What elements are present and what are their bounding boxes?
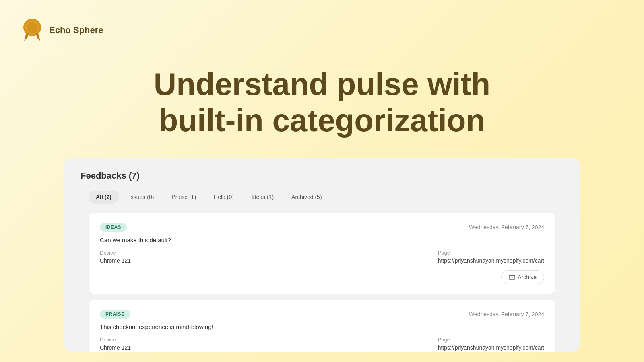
tab-archived[interactable]: Archived (5) (284, 191, 329, 204)
hero-title-line2: built-in categorization (159, 103, 485, 138)
archive-icon (509, 274, 515, 280)
page-label: Page (438, 337, 544, 343)
device-value: Chrome 121 (100, 257, 131, 264)
card-message: This checkout experience is mind-blowing… (100, 323, 544, 330)
tab-praise[interactable]: Praise (1) (164, 191, 203, 204)
svg-point-4 (27, 22, 38, 33)
tab-all[interactable]: All (2) (89, 191, 119, 204)
feedback-card: PRAISE Wednesday, February 7, 2024 This … (89, 300, 555, 352)
tab-ideas[interactable]: Ideas (1) (244, 191, 281, 204)
filter-tabs: All (2)Issues (0)Praise (1)Help (0)Ideas… (80, 191, 564, 204)
page-meta: Page https://priyanshunayan.myshopify.co… (438, 337, 544, 351)
hero-title: Understand pulse with built-in categoriz… (121, 66, 523, 138)
device-meta: Device Chrome 121 (100, 250, 131, 264)
brand-name: Echo Sphere (49, 25, 103, 35)
card-top-row: PRAISE Wednesday, February 7, 2024 (100, 310, 544, 319)
feedbacks-panel: Feedbacks (7) All (2)Issues (0)Praise (1… (64, 158, 580, 352)
category-badge: PRAISE (100, 310, 130, 319)
hero-section: Understand pulse with built-in categoriz… (0, 50, 644, 158)
card-date: Wednesday, February 7, 2024 (469, 224, 544, 230)
device-label: Device (100, 337, 131, 343)
category-badge: IDEAS (100, 223, 127, 232)
card-meta: Device Chrome 121 Page https://priyanshu… (100, 337, 544, 351)
page-value: https://priyanshunayan.myshopify.com/car… (438, 257, 544, 264)
page-value: https://priyanshunayan.myshopify.com/car… (438, 344, 544, 351)
feedback-card: IDEAS Wednesday, February 7, 2024 Can we… (89, 213, 555, 294)
card-date: Wednesday, February 7, 2024 (469, 311, 544, 317)
hero-title-line1: Understand pulse with (154, 66, 490, 102)
card-meta: Device Chrome 121 Page https://priyanshu… (100, 250, 544, 264)
tab-issues[interactable]: Issues (0) (122, 191, 161, 204)
page-meta: Page https://priyanshunayan.myshopify.co… (438, 250, 544, 264)
card-top-row: IDEAS Wednesday, February 7, 2024 (100, 223, 544, 232)
archive-button[interactable]: Archive (501, 270, 544, 284)
brand-logo-icon (20, 16, 44, 42)
page-label: Page (438, 250, 544, 256)
card-footer: Archive (100, 270, 544, 284)
top-bar: Echo Sphere (0, 0, 644, 50)
device-value: Chrome 121 (100, 344, 131, 351)
tab-help[interactable]: Help (0) (206, 191, 241, 204)
feedback-cards-container: IDEAS Wednesday, February 7, 2024 Can we… (80, 213, 564, 352)
device-meta: Device Chrome 121 (100, 337, 131, 351)
device-label: Device (100, 250, 131, 256)
card-message: Can we make this default? (100, 237, 544, 243)
feedbacks-header: Feedbacks (7) (80, 171, 564, 181)
